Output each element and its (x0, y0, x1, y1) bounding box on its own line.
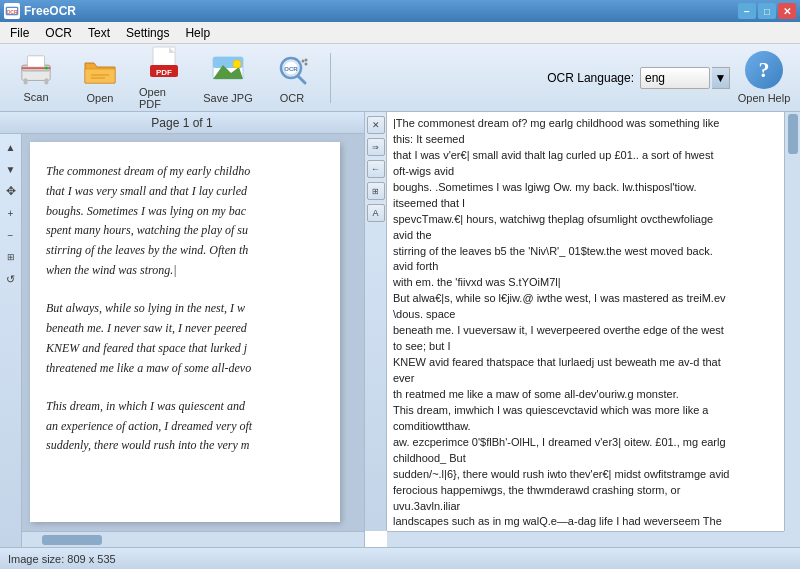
svg-text:OCR: OCR (284, 66, 298, 72)
document-image-area[interactable]: The commonest dream of my early childho … (22, 134, 364, 531)
svg-rect-5 (27, 56, 44, 67)
language-dropdown-button[interactable]: ▼ (712, 67, 730, 89)
status-bar: Image size: 809 x 535 (0, 547, 800, 569)
ocr-language-value: eng (645, 71, 705, 85)
document-page: The commonest dream of my early childho … (30, 142, 340, 522)
ocr-button[interactable]: OCR OCR (262, 49, 322, 107)
pdf-icon: PDF (145, 45, 183, 83)
svg-point-18 (233, 60, 241, 68)
maximize-button[interactable]: □ (758, 3, 776, 19)
app-icon: OCR (4, 3, 20, 19)
ocr-vscroll-thumb[interactable] (788, 114, 798, 154)
ocr-language-label: OCR Language: (547, 71, 634, 85)
ocr-line: |The commonest dream of? mg earlg childh… (393, 116, 778, 132)
menu-help[interactable]: Help (177, 22, 218, 43)
ocr-line: oft-wigs avid (393, 164, 778, 180)
menu-file[interactable]: File (2, 22, 37, 43)
open-label: Open (87, 92, 114, 104)
status-text: Image size: 809 x 535 (8, 553, 116, 565)
menu-text[interactable]: Text (80, 22, 118, 43)
document-panel: Page 1 of 1 ▲ ▼ ✥ + − ⊞ ↺ The commonest … (0, 112, 365, 547)
window-title: FreeOCR (24, 4, 76, 18)
help-icon: ? (745, 51, 783, 89)
scan-icon (17, 52, 55, 88)
ocr-text-content[interactable]: |The commonest dream of? mg earlg childh… (387, 112, 784, 531)
ocr-line: childhood_ But (393, 451, 778, 467)
ocr-line: \dous. space (393, 307, 778, 323)
ocr-line: itseemed that I (393, 196, 778, 212)
ocr-line: stirring of the leaves b5 the 'Niv\R'_ 0… (393, 244, 778, 260)
svg-rect-7 (24, 79, 28, 85)
open-pdf-button[interactable]: PDF Open PDF (134, 49, 194, 107)
nav-next-button[interactable]: ▼ (2, 160, 20, 178)
page-header: Page 1 of 1 (0, 112, 364, 134)
open-button[interactable]: Open (70, 49, 130, 107)
document-scrollbar-horizontal[interactable] (22, 531, 364, 547)
ocr-tool-4[interactable]: ⊞ (367, 182, 385, 200)
scan-label: Scan (23, 91, 48, 103)
page-label: Page 1 of 1 (151, 116, 212, 130)
ocr-line: sudden/~.l|6}, there would rush iwto the… (393, 467, 778, 483)
ocr-line: that I was v'er€| small avid thalt lag c… (393, 148, 778, 164)
ocr-line: aw. ezcperimce 0'$flBh'-OlHL, I dreamed … (393, 435, 778, 451)
ocr-tool-1[interactable]: ✕ (367, 116, 385, 134)
toolbar: Scan Open PDF (0, 44, 800, 112)
ocr-line: th reatmed me like a maw of some all-dev… (393, 387, 778, 403)
ocr-line: with em. the 'fiivxd was S.tYOiM7l| (393, 275, 778, 291)
ocr-scrollbar-horizontal[interactable] (387, 531, 784, 547)
ocr-line: avid forth (393, 259, 778, 275)
zoom-out-button[interactable]: − (2, 226, 20, 244)
ocr-line: This dream, imwhich I was quiescevctavid… (393, 403, 778, 419)
close-button[interactable]: ✕ (778, 3, 796, 19)
ocr-line: boughs. .Sometimes I was lgiwg Ow. my ba… (393, 180, 778, 196)
menu-ocr[interactable]: OCR (37, 22, 80, 43)
ocr-scrollbar-vertical[interactable] (784, 112, 800, 531)
side-toolbar: ▲ ▼ ✥ + − ⊞ ↺ (0, 134, 22, 547)
ocr-line: spevcTmaw.€| hours, watchiwg theplag ofs… (393, 212, 778, 228)
svg-point-9 (45, 67, 48, 70)
menu-settings[interactable]: Settings (118, 22, 177, 43)
minimize-button[interactable]: − (738, 3, 756, 19)
ocr-tool-2[interactable]: ⇒ (367, 138, 385, 156)
title-bar: OCR FreeOCR − □ ✕ (0, 0, 800, 22)
open-help-button[interactable]: ? Open Help (734, 49, 794, 107)
pan-button[interactable]: ✥ (2, 182, 20, 200)
save-jpg-label: Save JPG (203, 92, 253, 104)
ocr-line: landscapes such as in mg walQ.e—a-dag li… (393, 514, 778, 530)
ocr-line: uvu.3avln.iliar (393, 499, 778, 515)
ocr-line: avid the (393, 228, 778, 244)
ocr-line: ferocious happemiwgs, the thwmderawd cra… (393, 483, 778, 499)
ocr-text-panel: ✕ ⇒ ← ⊞ A |The commonest dream of? mg ea… (365, 112, 800, 547)
ocr-tool-3[interactable]: ← (367, 160, 385, 178)
title-bar-left: OCR FreeOCR (4, 3, 76, 19)
scrollbar-corner (784, 531, 800, 547)
nav-prev-button[interactable]: ▲ (2, 138, 20, 156)
save-jpg-icon (209, 51, 247, 89)
open-icon (81, 51, 119, 89)
open-pdf-label: Open PDF (139, 86, 189, 110)
svg-text:PDF: PDF (156, 68, 172, 77)
svg-point-23 (302, 60, 305, 63)
ocr-line: KNEW avid feared thatspace that lurlaedj… (393, 355, 778, 371)
ocr-line: comditiowtthaw. (393, 419, 778, 435)
scan-button[interactable]: Scan (6, 49, 66, 107)
ocr-icon: OCR (273, 51, 311, 89)
ocr-lines: |The commonest dream of? mg earlg childh… (393, 116, 778, 531)
help-label: Open Help (738, 92, 791, 104)
ocr-line: ever (393, 371, 778, 387)
rotate-button[interactable]: ↺ (2, 270, 20, 288)
svg-line-22 (298, 76, 305, 83)
main-content: Page 1 of 1 ▲ ▼ ✥ + − ⊞ ↺ The commonest … (0, 112, 800, 547)
zoom-in-button[interactable]: + (2, 204, 20, 222)
ocr-line: But alwa€|s, while so l€jiw.@ iwthe west… (393, 291, 778, 307)
toolbar-separator (330, 53, 331, 103)
svg-text:OCR: OCR (6, 9, 18, 15)
svg-point-25 (305, 59, 308, 62)
doc-hscroll-thumb[interactable] (42, 535, 102, 545)
svg-rect-8 (45, 79, 49, 85)
ocr-tool-5[interactable]: A (367, 204, 385, 222)
zoom-fit-button[interactable]: ⊞ (2, 248, 20, 266)
save-jpg-button[interactable]: Save JPG (198, 49, 258, 107)
svg-point-24 (305, 63, 308, 66)
ocr-side-tools: ✕ ⇒ ← ⊞ A (365, 112, 387, 531)
